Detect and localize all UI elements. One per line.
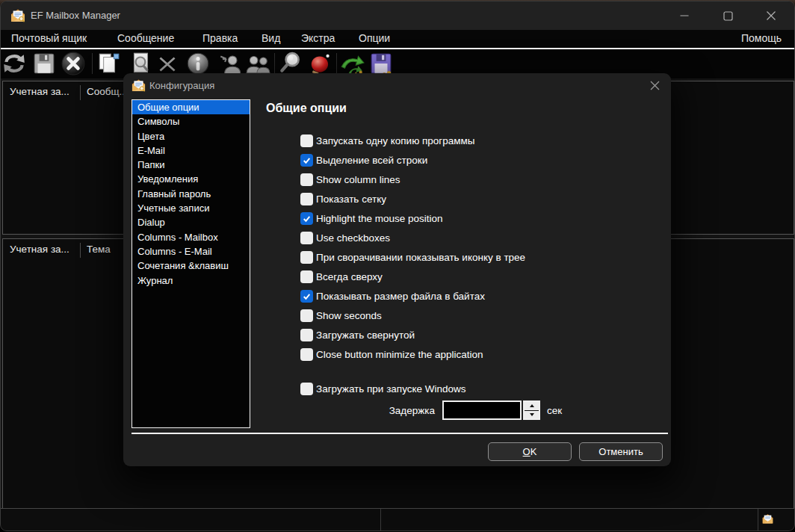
checkbox[interactable] (300, 134, 313, 147)
category-item[interactable]: Учетные записи (132, 201, 250, 215)
menu-message[interactable]: Сообщение (117, 32, 174, 44)
menu-mailbox[interactable]: Почтовый ящик (11, 32, 87, 44)
category-item[interactable]: Уведомления (132, 172, 250, 186)
checkbox-row: Загружать свернутой (300, 325, 415, 344)
checkbox[interactable] (300, 329, 313, 341)
add-account-icon[interactable] (217, 51, 243, 76)
checkbox-row: Выделение всей строки (300, 150, 427, 170)
minimize-button[interactable] (663, 1, 706, 30)
column-header-account[interactable]: Учетная за... (10, 244, 69, 255)
column-divider[interactable] (80, 243, 81, 258)
checkbox-label[interactable]: Показывать размер файла в байтах (316, 291, 485, 302)
category-item[interactable]: Папки (132, 158, 250, 172)
category-item[interactable]: Журнал (132, 273, 250, 288)
close-icon (766, 10, 776, 21)
checkbox-row: Show seconds (300, 306, 382, 325)
category-item[interactable]: Dialup (132, 215, 250, 229)
checkbox[interactable] (300, 193, 313, 205)
category-item[interactable]: Сочетания &клавиш (132, 259, 250, 273)
column-header-subject[interactable]: Тема (87, 244, 111, 255)
cancel-button[interactable]: Отменить (579, 442, 663, 461)
minimize-icon (680, 11, 689, 20)
titlebar: EF Mailbox Manager (1, 1, 794, 30)
checkbox-label[interactable]: При сворачивании показывать иконку в тре… (316, 252, 525, 263)
stop-icon[interactable] (308, 51, 333, 76)
category-item[interactable]: Columns - Mailbox (132, 230, 250, 244)
close-button[interactable] (749, 1, 793, 30)
delay-label: Задержка (370, 405, 435, 416)
search-icon[interactable] (278, 51, 303, 76)
category-item[interactable]: Columns - E-Mail (132, 244, 250, 259)
category-item[interactable]: Общие опции (132, 100, 250, 114)
checkbox-label[interactable]: Загружать свернутой (316, 330, 415, 341)
checkbox-row: Запускать одну копию программы (300, 131, 475, 150)
accounts-icon[interactable] (245, 51, 270, 76)
checkbox[interactable] (300, 173, 313, 186)
checkbox-label[interactable]: Всегда сверху (316, 271, 383, 282)
column-header-messages[interactable]: Сообщ... (87, 86, 128, 97)
column-divider[interactable] (80, 85, 81, 100)
spinner-up-button[interactable] (525, 402, 539, 410)
dialog-close-icon[interactable] (649, 80, 661, 91)
checkbox-row: Highlight the mouse position (300, 208, 443, 228)
checkbox-label[interactable]: Запускать одну копию программы (316, 135, 475, 146)
checkbox-label[interactable]: Highlight the mouse position (316, 213, 443, 224)
checkbox-label[interactable]: Show column lines (316, 174, 400, 185)
window-title: EF Mailbox Manager (31, 10, 120, 21)
app-icon (10, 8, 25, 23)
delete-icon[interactable] (155, 51, 180, 76)
category-item[interactable]: Главный пароль (132, 187, 250, 201)
menu-edit[interactable]: Правка (202, 32, 238, 44)
checkbox-label[interactable]: Use checkboxes (316, 232, 390, 244)
checkbox[interactable] (300, 270, 313, 283)
checkbox-row: Use checkboxes (300, 228, 390, 247)
checkbox[interactable] (300, 154, 313, 167)
checkbox[interactable] (300, 232, 313, 244)
delay-unit: сек (547, 405, 562, 416)
menu-options[interactable]: Опции (359, 32, 390, 44)
checkbox[interactable] (300, 383, 313, 395)
category-item[interactable]: E-Mail (132, 143, 250, 158)
refresh-icon[interactable] (1, 51, 27, 76)
menu-help[interactable]: Помощь (741, 32, 782, 44)
maximize-icon (723, 11, 733, 21)
menu-extra[interactable]: Экстра (301, 32, 335, 44)
save-all-icon[interactable] (368, 51, 394, 76)
category-item[interactable]: Цвета (132, 129, 250, 143)
configuration-dialog: Конфигурация Общие опции Символы Цвета E… (123, 73, 671, 466)
maximize-button[interactable] (706, 1, 749, 30)
save-icon[interactable] (31, 51, 57, 76)
statusbar-divider (758, 509, 758, 531)
import-export-icon[interactable] (339, 51, 365, 76)
checkbox-label[interactable]: Загружать при запуске Windows (316, 383, 466, 395)
checkbox-row: Показать сетку (300, 189, 386, 208)
menu-view[interactable]: Вид (262, 32, 280, 44)
checkbox-label[interactable]: Выделение всей строки (316, 155, 427, 166)
checkbox[interactable] (300, 348, 313, 361)
properties-icon[interactable] (185, 51, 211, 76)
new-mailbox-icon[interactable] (96, 51, 121, 76)
dialog-icon (132, 78, 146, 93)
checkbox-label[interactable]: Показать сетку (316, 194, 386, 205)
dialog-separator-line (132, 433, 668, 434)
checkbox[interactable] (300, 251, 313, 264)
column-header-account[interactable]: Учетная за... (10, 86, 69, 97)
find-document-icon[interactable] (129, 51, 154, 76)
checkbox-label[interactable]: Show seconds (316, 310, 382, 321)
delay-input[interactable] (442, 400, 522, 420)
toolbar-separator (274, 53, 275, 74)
menubar: Почтовый ящик Сообщение Правка Вид Экстр… (1, 30, 794, 48)
category-item[interactable]: Символы (132, 114, 250, 129)
cancel-icon[interactable] (61, 51, 86, 76)
checkbox-row: Показывать размер файла в байтах (300, 286, 485, 306)
checkbox[interactable] (300, 212, 313, 225)
spinner-down-button[interactable] (525, 411, 539, 419)
checkbox[interactable] (300, 309, 313, 322)
checkbox-label[interactable]: Close button minimize the application (316, 349, 483, 360)
category-list[interactable]: Общие опции Символы Цвета E-Mail Папки У… (132, 99, 250, 428)
ok-button[interactable]: OK (488, 442, 572, 461)
checkbox[interactable] (300, 290, 313, 303)
statusbar (1, 508, 794, 531)
checkbox-row: Загружать при запуске Windows (300, 379, 466, 398)
dialog-heading: Общие опции (266, 102, 347, 115)
